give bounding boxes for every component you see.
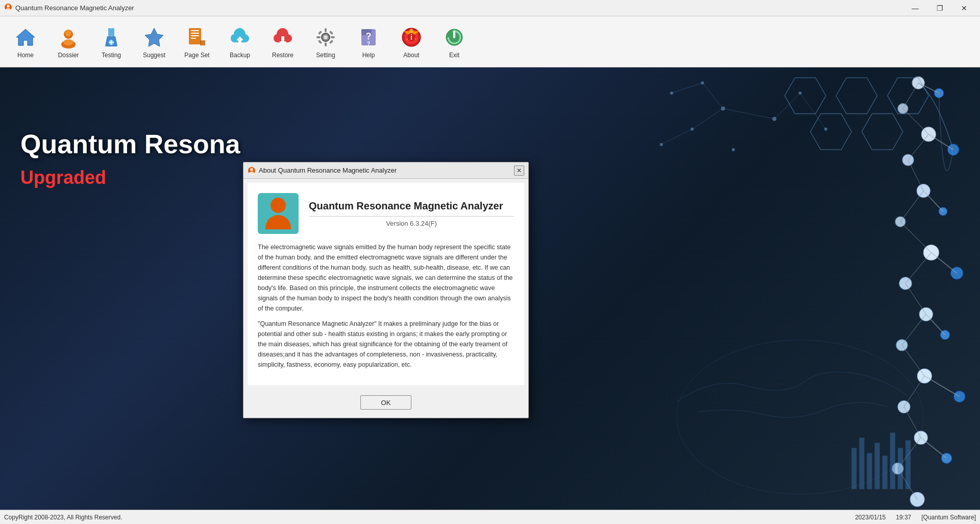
svg-line-117 xyxy=(800,93,826,129)
svg-rect-18 xyxy=(191,38,196,39)
titlebar: Quantum Resonance Magnetic Analyzer — ❐ … xyxy=(0,0,980,16)
exit-icon xyxy=(442,25,467,50)
suggest-icon xyxy=(142,25,166,50)
svg-line-86 xyxy=(924,376,959,396)
svg-line-73 xyxy=(905,253,931,283)
maximize-button[interactable]: ❐ xyxy=(928,0,951,16)
svg-rect-9 xyxy=(111,28,114,36)
svg-marker-3 xyxy=(16,29,35,45)
svg-point-107 xyxy=(732,148,735,151)
home-label: Home xyxy=(17,52,34,59)
svg-line-67 xyxy=(903,83,918,108)
dialog-description: The electromagnetic wave signals emitted… xyxy=(258,242,514,370)
svg-point-7 xyxy=(63,39,74,45)
ok-button[interactable]: OK xyxy=(360,395,411,410)
pageset-label: Page Set xyxy=(184,52,209,59)
svg-rect-100 xyxy=(898,448,903,489)
help-label: Help xyxy=(362,52,375,59)
about-dialog: About Quantum Resonance Magnetic Analyze… xyxy=(243,162,529,418)
exit-label: Exit xyxy=(449,52,459,59)
svg-rect-25 xyxy=(325,42,327,46)
svg-line-114 xyxy=(662,129,692,145)
svg-marker-89 xyxy=(836,78,877,113)
about-icon: i xyxy=(399,25,424,50)
avatar-head xyxy=(271,198,286,213)
toolbar-item-exit[interactable]: Exit xyxy=(434,19,475,65)
svg-rect-44 xyxy=(453,31,455,38)
testing-icon xyxy=(99,25,124,50)
status-software: [Quantum Software] xyxy=(921,514,976,521)
restore-label: Restore xyxy=(272,52,293,59)
toolbar-item-dossier[interactable]: Dossier xyxy=(48,19,89,65)
help-icon: ? ? xyxy=(356,25,381,50)
svg-marker-91 xyxy=(811,114,852,150)
suggest-label: Suggest xyxy=(143,52,165,59)
setting-icon xyxy=(313,25,338,50)
svg-rect-17 xyxy=(191,35,199,36)
dialog-close-button[interactable]: ✕ xyxy=(514,165,524,176)
svg-rect-27 xyxy=(331,36,335,38)
svg-rect-101 xyxy=(905,440,911,489)
statusbar-right: 2023/01/15 19:37 [Quantum Software] xyxy=(855,514,976,521)
svg-point-6 xyxy=(65,30,71,36)
dialog-title-text: About Quantum Resonance Magnetic Analyze… xyxy=(259,166,397,174)
dialog-body: Quantum Resonance Magnetic Analyzer Vers… xyxy=(248,183,524,385)
svg-point-106 xyxy=(660,143,663,146)
dialog-footer: OK xyxy=(243,389,528,418)
svg-point-2 xyxy=(6,8,11,11)
dna-visualization xyxy=(623,67,980,510)
svg-marker-19 xyxy=(200,40,205,45)
svg-rect-30 xyxy=(318,39,322,43)
dialog-titlebar: About Quantum Resonance Magnetic Analyze… xyxy=(243,162,528,179)
svg-rect-96 xyxy=(867,453,872,489)
toolbar-item-about[interactable]: i About xyxy=(391,19,432,65)
svg-line-83 xyxy=(923,191,943,211)
svg-rect-95 xyxy=(859,438,864,489)
svg-line-71 xyxy=(900,191,923,222)
app-title-section: Quantum Resonance Magnetic Analyzer Vers… xyxy=(309,200,514,227)
testing-label: Testing xyxy=(102,52,121,59)
svg-line-76 xyxy=(902,345,924,376)
toolbar-item-help[interactable]: ? ? Help xyxy=(348,19,389,65)
svg-line-113 xyxy=(692,109,723,129)
titlebar-left: Quantum Resonance Magnetic Analyzer xyxy=(4,3,134,13)
description-paragraph-1: The electromagnetic wave signals emitted… xyxy=(258,242,514,314)
svg-point-110 xyxy=(824,128,827,131)
minimize-button[interactable]: — xyxy=(903,0,927,16)
dialog-app-icon xyxy=(248,166,256,175)
toolbar-item-pageset[interactable]: Page Set xyxy=(177,19,217,65)
svg-point-120 xyxy=(249,172,254,175)
close-button[interactable]: ✕ xyxy=(952,0,976,16)
statusbar: CopyRight 2008-2023, All Rights Reserved… xyxy=(0,510,980,524)
svg-line-68 xyxy=(903,109,928,134)
main-content: Quantum Resona Upgraded About Quantum Re… xyxy=(0,67,980,510)
svg-marker-88 xyxy=(785,78,826,113)
svg-line-85 xyxy=(926,314,945,335)
dialog-title-left: About Quantum Resonance Magnetic Analyze… xyxy=(248,166,397,175)
backup-label: Backup xyxy=(230,52,250,59)
about-label: About xyxy=(403,52,419,59)
toolbar: Home Dossier Testing xyxy=(0,16,980,67)
svg-marker-13 xyxy=(145,28,163,46)
toolbar-item-testing[interactable]: Testing xyxy=(91,19,132,65)
toolbar-item-suggest[interactable]: Suggest xyxy=(134,19,175,65)
svg-text:?: ? xyxy=(366,31,372,41)
svg-rect-97 xyxy=(875,443,880,489)
toolbar-item-restore[interactable]: Restore xyxy=(262,19,303,65)
svg-line-70 xyxy=(908,160,923,190)
svg-marker-92 xyxy=(862,114,903,150)
svg-point-23 xyxy=(324,35,328,39)
pageset-icon xyxy=(185,25,209,50)
description-paragraph-2: "Quantum Resonance Magnetic Analyzer" It… xyxy=(258,319,514,370)
toolbar-item-setting[interactable]: Setting xyxy=(305,19,346,65)
titlebar-controls: — ❐ ✕ xyxy=(903,0,976,16)
dialog-header: Quantum Resonance Magnetic Analyzer Vers… xyxy=(258,193,514,234)
toolbar-item-backup[interactable]: Backup xyxy=(219,19,260,65)
svg-line-75 xyxy=(902,314,926,345)
toolbar-item-home[interactable]: Home xyxy=(5,19,46,65)
app-avatar xyxy=(258,193,299,234)
svg-line-74 xyxy=(905,283,926,314)
backup-icon xyxy=(228,25,252,50)
svg-point-1 xyxy=(7,5,10,8)
svg-line-116 xyxy=(774,93,800,118)
